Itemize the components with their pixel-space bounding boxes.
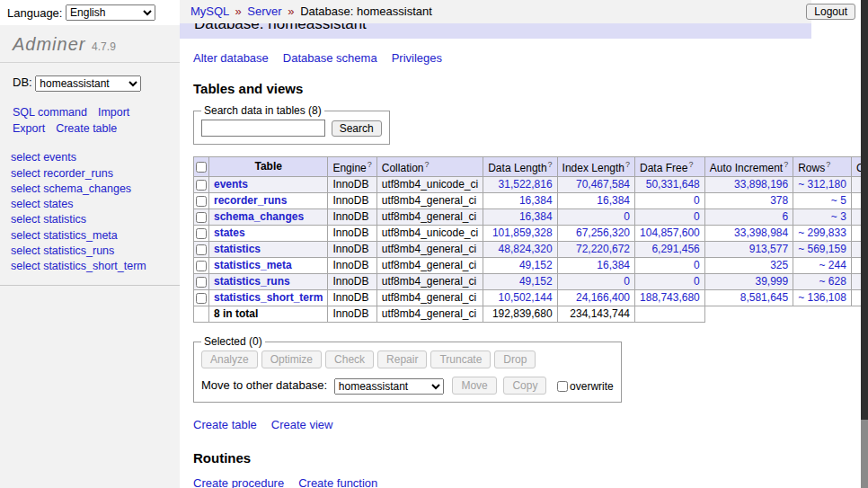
overwrite-option[interactable]: overwrite [557, 379, 614, 392]
auto-increment-cell[interactable]: 6 [704, 209, 793, 226]
row-checkbox[interactable] [196, 244, 207, 255]
export-link[interactable]: Export [13, 122, 45, 135]
breadcrumb-mysql-link[interactable]: MySQL [190, 4, 229, 18]
sidebar-table-link[interactable]: select statistics_meta [11, 228, 180, 244]
privileges-link[interactable]: Privileges [392, 51, 442, 65]
optimize-button[interactable]: Optimize [261, 350, 322, 368]
row-checkbox[interactable] [196, 180, 207, 191]
auto-increment-cell[interactable]: 8,581,645 [704, 290, 793, 306]
rows-cell[interactable]: ~ 312,180 [793, 177, 852, 193]
auto-increment-cell[interactable]: 33,898,196 [704, 177, 793, 193]
index-length-cell[interactable]: 70,467,584 [557, 177, 634, 193]
row-checkbox[interactable] [196, 212, 207, 223]
sidebar-table-link[interactable]: select statistics_short_term [11, 259, 180, 274]
breadcrumb-server-link[interactable]: Server [247, 4, 281, 18]
db-select[interactable]: homeassistant [35, 75, 141, 92]
rows-cell[interactable]: ~ 628 [793, 274, 852, 290]
move-db-select[interactable]: homeassistant [334, 378, 444, 395]
create-procedure-link[interactable]: Create procedure [193, 476, 284, 488]
data-length-cell[interactable]: 101,859,328 [483, 226, 557, 242]
check-button[interactable]: Check [325, 350, 374, 368]
index-length-cell[interactable]: 0 [557, 209, 634, 226]
data-free-cell[interactable]: 0 [635, 258, 705, 274]
data-length-cell[interactable]: 16,384 [483, 209, 557, 226]
sql-command-link[interactable]: SQL command [13, 106, 87, 119]
index-length-cell[interactable]: 0 [557, 274, 634, 290]
sidebar-table-link[interactable]: select schema_changes [11, 182, 180, 197]
data-free-cell[interactable]: 104,857,600 [635, 226, 705, 242]
data-free-cell[interactable]: 50,331,648 [635, 177, 705, 193]
data-length-cell[interactable]: 16,384 [483, 193, 557, 209]
help-icon[interactable]: ? [826, 160, 830, 169]
repair-button[interactable]: Repair [377, 350, 427, 368]
data-free-cell[interactable]: 0 [635, 209, 705, 226]
help-icon[interactable]: ? [548, 160, 553, 169]
data-free-cell[interactable]: 6,291,456 [635, 242, 705, 258]
index-length-cell[interactable]: 16,384 [557, 258, 634, 274]
search-input[interactable] [201, 120, 325, 137]
data-length-cell[interactable]: 49,152 [483, 274, 557, 290]
auto-increment-cell[interactable]: 39,999 [704, 274, 793, 290]
table-name-link[interactable]: statistics_runs [214, 275, 290, 288]
data-length-cell[interactable]: 48,824,320 [483, 242, 557, 258]
create-view-link[interactable]: Create view [271, 418, 333, 431]
search-button[interactable]: Search [332, 120, 382, 137]
rows-cell[interactable]: ~ 244 [793, 258, 852, 274]
copy-button[interactable]: Copy [503, 377, 546, 395]
table-name-link[interactable]: statistics_meta [214, 259, 292, 271]
rows-cell[interactable]: ~ 136,108 [793, 290, 852, 306]
rows-cell[interactable]: ~ 5 [793, 193, 852, 209]
row-checkbox[interactable] [196, 261, 207, 271]
truncate-button[interactable]: Truncate [430, 350, 491, 368]
row-checkbox[interactable] [196, 228, 207, 239]
sidebar-table-link[interactable]: select statistics [11, 212, 180, 227]
database-schema-link[interactable]: Database schema [283, 51, 377, 65]
index-length-cell[interactable]: 72,220,672 [557, 242, 634, 258]
data-length-cell[interactable]: 49,152 [483, 258, 557, 274]
language-select[interactable]: English [66, 4, 155, 21]
table-name-link[interactable]: states [214, 226, 245, 239]
table-name-link[interactable]: events [214, 178, 248, 191]
table-name-link[interactable]: statistics_short_term [214, 291, 323, 304]
data-free-cell[interactable]: 0 [635, 274, 705, 290]
analyze-button[interactable]: Analyze [201, 350, 258, 368]
data-length-cell[interactable]: 31,522,816 [483, 177, 557, 193]
index-length-cell[interactable]: 16,384 [557, 193, 634, 209]
index-length-cell[interactable]: 24,166,400 [557, 290, 634, 306]
data-free-cell[interactable]: 0 [635, 193, 705, 209]
auto-increment-cell[interactable]: 33,398,984 [704, 226, 793, 242]
move-button[interactable]: Move [452, 377, 496, 395]
scrollbar[interactable] [861, 0, 868, 488]
data-length-cell[interactable]: 10,502,144 [483, 290, 557, 306]
index-length-cell[interactable]: 67,256,320 [557, 226, 634, 242]
row-checkbox[interactable] [196, 293, 207, 304]
row-checkbox[interactable] [196, 277, 207, 288]
sidebar-table-link[interactable]: select recorder_runs [11, 166, 180, 182]
create-table-link[interactable]: Create table [193, 418, 257, 431]
auto-increment-cell[interactable]: 378 [704, 193, 793, 209]
rows-cell[interactable]: ~ 299,833 [793, 226, 852, 242]
overwrite-checkbox[interactable] [557, 381, 568, 392]
scrollbar-thumb[interactable] [861, 0, 868, 420]
table-name-link[interactable]: schema_changes [214, 210, 304, 223]
help-icon[interactable]: ? [625, 160, 630, 169]
help-icon[interactable]: ? [784, 160, 788, 169]
logout-button[interactable]: Logout [806, 4, 855, 20]
help-icon[interactable]: ? [368, 160, 372, 169]
sidebar-table-link[interactable]: select statistics_runs [11, 244, 180, 259]
select-all-checkbox[interactable] [196, 162, 207, 173]
auto-increment-cell[interactable]: 913,577 [704, 242, 793, 258]
create-table-sidebar-link[interactable]: Create table [56, 122, 117, 135]
drop-button[interactable]: Drop [494, 350, 536, 368]
import-link[interactable]: Import [98, 106, 129, 119]
table-name-link[interactable]: recorder_runs [214, 194, 287, 207]
row-checkbox[interactable] [196, 196, 207, 207]
create-function-link[interactable]: Create function [298, 476, 377, 488]
rows-cell[interactable]: ~ 3 [793, 209, 852, 226]
rows-cell[interactable]: ~ 569,159 [793, 242, 852, 258]
help-icon[interactable]: ? [424, 160, 429, 169]
auto-increment-cell[interactable]: 325 [704, 258, 793, 274]
sidebar-table-link[interactable]: select states [11, 197, 180, 212]
help-icon[interactable]: ? [688, 160, 693, 169]
sidebar-table-link[interactable]: select events [11, 150, 180, 165]
